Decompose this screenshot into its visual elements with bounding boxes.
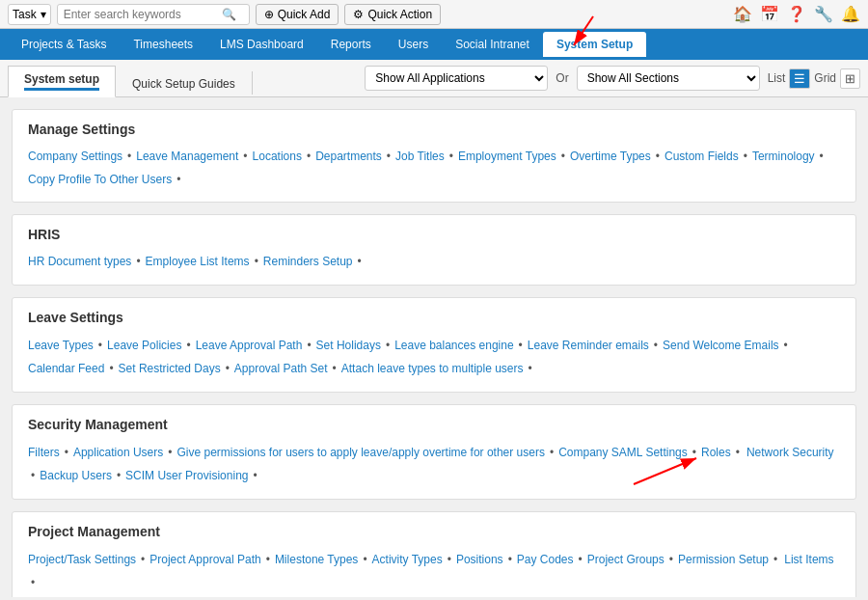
link-give-permissions[interactable]: Give permissions for users to apply leav… <box>176 443 545 464</box>
nav-item-social[interactable]: Social Intranet <box>442 32 543 57</box>
link-leave-types[interactable]: Leave Types <box>28 336 94 357</box>
content-area: Manage Settings Company Settings• Leave … <box>0 97 868 597</box>
link-leave-reminder[interactable]: Leave Reminder emails <box>528 336 649 357</box>
section-links-leave-settings: Leave Types• Leave Policies• Leave Appro… <box>28 335 840 380</box>
plus-circle-icon: ⊕ <box>264 8 274 21</box>
nav-item-projects[interactable]: Projects & Tasks <box>8 32 120 57</box>
section-links-security: Filters• Application Users• Give permiss… <box>28 442 840 487</box>
link-list-items[interactable]: List Items <box>784 550 833 571</box>
link-set-restricted-days[interactable]: Set Restricted Days <box>119 359 221 380</box>
link-hr-document-types[interactable]: HR Document types <box>28 252 131 273</box>
search-box[interactable]: 🔍 <box>57 4 250 25</box>
link-positions[interactable]: Positions <box>456 550 503 571</box>
link-set-holidays[interactable]: Set Holidays <box>316 336 381 357</box>
tab-quick-setup[interactable]: Quick Setup Guides <box>116 70 252 96</box>
quick-action-button[interactable]: ⚙ Quick Action <box>344 4 441 25</box>
settings-icon[interactable]: 🔧 <box>814 5 833 23</box>
link-attach-leave-types[interactable]: Attach leave types to multiple users <box>341 359 524 380</box>
section-project-management: Project Management Project/Task Settings… <box>12 511 856 597</box>
link-departments[interactable]: Departments <box>315 147 382 168</box>
link-project-groups[interactable]: Project Groups <box>587 550 665 571</box>
search-icon[interactable]: 🔍 <box>222 8 236 21</box>
link-employee-list-items[interactable]: Employee List Items <box>146 252 250 273</box>
section-title-manage-settings: Manage Settings <box>28 122 840 137</box>
link-reminders-setup[interactable]: Reminders Setup <box>263 252 353 273</box>
link-company-settings[interactable]: Company Settings <box>28 147 122 168</box>
section-hris: HRIS HR Document types• Employee List It… <box>12 214 856 286</box>
nav-bar: Projects & Tasks Timesheets LMS Dashboar… <box>0 29 868 60</box>
link-pay-codes[interactable]: Pay Codes <box>517 550 574 571</box>
or-label: Or <box>556 71 568 85</box>
link-activity-types[interactable]: Activity Types <box>372 550 443 571</box>
nav-item-users[interactable]: Users <box>385 32 442 57</box>
link-overtime-types[interactable]: Overtime Types <box>570 147 651 168</box>
section-links-manage-settings: Company Settings• Leave Management• Loca… <box>28 147 840 190</box>
section-leave-settings: Leave Settings Leave Types• Leave Polici… <box>12 297 856 393</box>
link-approval-path-set[interactable]: Approval Path Set <box>234 359 328 380</box>
task-selector[interactable]: Task ▾ <box>8 4 51 25</box>
link-milestone-types[interactable]: Milestone Types <box>275 550 359 571</box>
gear-icon: ⚙ <box>353 8 364 21</box>
link-employment-types[interactable]: Employment Types <box>458 147 556 168</box>
link-project-task-settings[interactable]: Project/Task Settings <box>28 550 136 571</box>
top-bar: Task ▾ 🔍 ⊕ Quick Add ⚙ Quick Action 🏠 📅 … <box>0 0 868 29</box>
link-send-welcome[interactable]: Send Welcome Emails <box>663 336 779 357</box>
link-leave-management[interactable]: Leave Management <box>136 147 238 168</box>
link-application-users[interactable]: Application Users <box>73 443 163 464</box>
link-project-approval-path[interactable]: Project Approval Path <box>149 550 260 571</box>
nav-item-system-setup[interactable]: System Setup <box>543 32 646 57</box>
link-company-saml[interactable]: Company SAML Settings <box>558 443 688 464</box>
home-icon[interactable]: 🏠 <box>733 5 752 23</box>
section-links-project: Project/Task Settings• Project Approval … <box>28 549 840 594</box>
link-backup-users[interactable]: Backup Users <box>40 466 112 487</box>
tab-system-setup[interactable]: System setup <box>8 66 116 97</box>
section-title-leave-settings: Leave Settings <box>28 310 840 325</box>
grid-label: Grid <box>814 71 836 85</box>
list-view-button[interactable]: ☰ <box>789 68 810 89</box>
tabs-bar: System setup Quick Setup Guides Show All… <box>0 60 868 97</box>
section-links-hris: HR Document types• Employee List Items• … <box>28 252 840 273</box>
link-filters[interactable]: Filters <box>28 443 60 464</box>
link-leave-balances[interactable]: Leave balances engine <box>394 336 513 357</box>
calendar-icon[interactable]: 📅 <box>760 5 779 23</box>
link-network-security[interactable]: Network Security <box>746 443 834 464</box>
link-leave-policies[interactable]: Leave Policies <box>107 336 181 357</box>
task-label: Task <box>13 8 37 21</box>
top-bar-right: 🏠 📅 ❓ 🔧 🔔 <box>733 5 860 23</box>
section-title-security: Security Management <box>28 417 840 432</box>
show-sections-select[interactable]: Show All Sections <box>577 66 760 91</box>
section-manage-settings: Manage Settings Company Settings• Leave … <box>12 109 856 203</box>
link-scim[interactable]: SCIM User Provisioning <box>125 466 248 487</box>
bell-icon[interactable]: 🔔 <box>841 5 860 23</box>
show-applications-select[interactable]: Show All Applications <box>365 66 548 91</box>
nav-wrapper: Projects & Tasks Timesheets LMS Dashboar… <box>0 29 868 60</box>
chevron-down-icon: ▾ <box>41 8 46 21</box>
section-title-project: Project Management <box>28 524 840 539</box>
link-job-titles[interactable]: Job Titles <box>395 147 445 168</box>
link-terminology[interactable]: Terminology <box>752 147 815 168</box>
view-toggle: List ☰ Grid ⊞ <box>768 68 860 89</box>
help-icon[interactable]: ❓ <box>787 5 806 23</box>
link-copy-profile[interactable]: Copy Profile To Other Users <box>28 170 172 191</box>
nav-item-reports[interactable]: Reports <box>317 32 385 57</box>
search-input[interactable] <box>64 8 218 21</box>
link-leave-approval-path[interactable]: Leave Approval Path <box>196 336 303 357</box>
link-custom-fields[interactable]: Custom Fields <box>665 147 739 168</box>
section-title-hris: HRIS <box>28 227 840 242</box>
link-locations[interactable]: Locations <box>253 147 302 168</box>
quick-add-button[interactable]: ⊕ Quick Add <box>256 4 339 25</box>
grid-view-button[interactable]: ⊞ <box>840 68 860 89</box>
tabs-controls: Show All Applications Or Show All Sectio… <box>365 66 860 96</box>
link-roles[interactable]: Roles <box>701 443 731 464</box>
nav-item-lms[interactable]: LMS Dashboard <box>206 32 317 57</box>
nav-item-timesheets[interactable]: Timesheets <box>120 32 206 57</box>
list-label: List <box>768 71 786 85</box>
link-calendar-feed[interactable]: Calendar Feed <box>28 359 104 380</box>
link-permission-setup[interactable]: Permission Setup <box>678 550 769 571</box>
section-security-management: Security Management Filters• Application… <box>12 404 856 500</box>
